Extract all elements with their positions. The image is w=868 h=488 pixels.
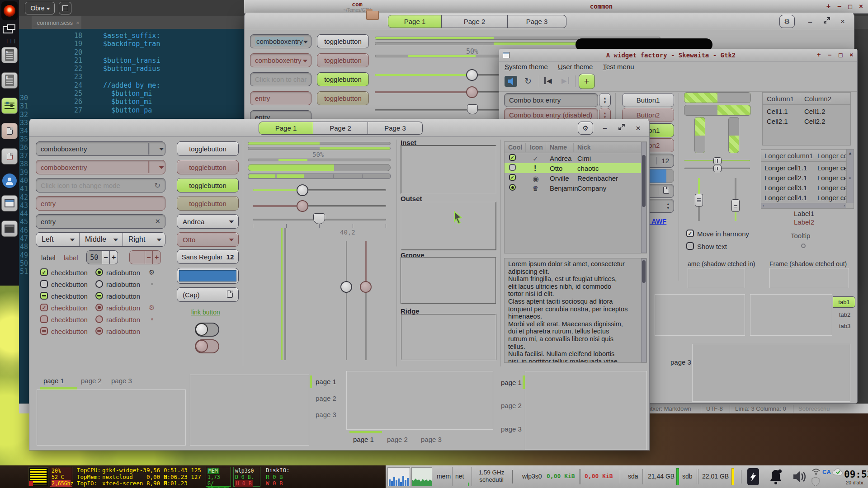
main-combo-andrea[interactable]: Andrea▾ [177, 214, 239, 229]
main-entry[interactable]: entry✕ [36, 214, 165, 229]
dock-item-user-account[interactable] [2, 174, 17, 188]
main-togglebutton-1[interactable]: togglebutton [177, 141, 239, 156]
main-tab-page1[interactable]: Page 1 [259, 122, 313, 135]
new-window-button[interactable] [59, 2, 71, 14]
maximize-icon[interactable]: □ [839, 51, 842, 58]
spin-value[interactable]: 50 [87, 251, 102, 264]
hal-eye-launcher[interactable] [1, 1, 18, 20]
row-checkbox-checked[interactable]: ✓ [509, 154, 516, 161]
cpu-graph[interactable] [387, 467, 410, 486]
scroll-right-icon[interactable]: › [844, 203, 845, 208]
gtk2-vscale-1-handle[interactable] [695, 194, 703, 206]
table-cell[interactable]: Longer cell1.1 [764, 164, 807, 172]
keyboard-layout[interactable]: CA [822, 469, 831, 475]
bgwin-scale-1-handle[interactable] [466, 69, 478, 81]
radiobutton-label[interactable]: radiobutton [106, 269, 140, 277]
close-icon[interactable]: × [76, 19, 80, 26]
nb2-tab-page1[interactable]: page 1 [316, 378, 336, 385]
table-cell[interactable]: Cell1.2 [804, 108, 826, 115]
dropdown-left[interactable]: Left▾ [36, 233, 80, 246]
gtk2-hscale-2-handle[interactable] [713, 165, 722, 172]
nb4-tab-page1[interactable]: page 1 [501, 379, 522, 386]
radiobutton-checked[interactable] [95, 268, 103, 276]
column-header[interactable]: Longer column1 [764, 152, 813, 160]
main-switch-off[interactable] [195, 323, 219, 337]
editor-code[interactable]: $asset_suffix: $backdrop_tran $button_tr… [103, 32, 160, 114]
main-tab-page3[interactable]: Page 3 [368, 122, 423, 135]
gtk2-check-move-label[interactable]: Move in harmony [697, 230, 749, 238]
net-plugin-label[interactable]: net [455, 473, 464, 480]
main-togglebutton-3[interactable]: togglebutton [177, 178, 239, 192]
scrollbar-thumb[interactable] [642, 155, 646, 207]
table-cell[interactable]: Longer cel [817, 194, 849, 202]
main-cap-button[interactable]: (Cap) [177, 287, 239, 302]
status-position[interactable]: Línia: 3 Columna: 0 [735, 405, 786, 412]
gear-icon[interactable]: ⚙ [149, 269, 155, 276]
table-cell[interactable]: Cell2.2 [804, 117, 826, 125]
checkbutton-unchecked[interactable] [40, 280, 48, 288]
open-button[interactable]: Obre▾ [25, 2, 55, 14]
tree-row-orville[interactable]: ✓ ◉ Orville Redenbacher [505, 173, 641, 183]
close-icon[interactable]: × [849, 51, 853, 58]
battery-icon[interactable] [747, 468, 759, 485]
column-header-icon[interactable]: Icon [530, 144, 543, 151]
scroll-up-icon[interactable]: ▲ [848, 151, 852, 155]
cloud-sync-icon[interactable] [832, 468, 843, 476]
folder-icon[interactable] [366, 9, 379, 20]
gtk2-side-tab1[interactable]: tab1 [833, 296, 855, 308]
menu-test-menu[interactable]: Test menu [603, 63, 634, 73]
bgwin-togglebutton-3[interactable]: togglebutton [317, 72, 369, 86]
scrollbar-thumb[interactable] [642, 260, 646, 283]
minimize-icon[interactable]: − [837, 2, 841, 10]
column-header[interactable]: Column2 [804, 95, 831, 103]
editor-tab[interactable]: _common.scss× [32, 16, 81, 29]
table-cell[interactable]: Longer cel [817, 164, 849, 172]
bgwin-tab-page3[interactable]: Page 3 [508, 15, 566, 28]
checkbutton-label[interactable]: checkbutton [51, 281, 88, 288]
main-tab-page2[interactable]: Page 2 [313, 122, 368, 135]
nb3-tab-page1[interactable]: page 1 [353, 436, 374, 443]
scroll-left-icon[interactable]: ‹ [763, 203, 764, 208]
tree-row-otto-selected[interactable]: ! Otto chaotic [505, 163, 641, 173]
mem-plugin-label[interactable]: mem [437, 473, 451, 480]
close-icon[interactable]: × [859, 2, 863, 10]
refresh-icon[interactable]: ↻ [155, 181, 160, 190]
status-overwrite[interactable]: Sobreescriu [798, 405, 830, 412]
refresh-icon[interactable]: ↻ [524, 77, 532, 85]
column-header-nick[interactable]: Nick [577, 144, 591, 151]
main-link-button[interactable]: link button [191, 309, 220, 316]
row-checkbox-unchecked[interactable] [509, 164, 516, 171]
clock[interactable]: 09:53 [844, 469, 868, 480]
dock-item-window-blue[interactable] [1, 195, 18, 211]
bgwin-comboboxentry[interactable]: comboboxentry▾ [250, 34, 311, 48]
volume-icon[interactable] [793, 470, 807, 483]
dock-item-doc-invoice-2[interactable]: $ [1, 72, 18, 89]
checkbutton-label[interactable]: checkbutton [51, 269, 88, 277]
dock-item-doc-report[interactable] [1, 148, 18, 164]
pin-icon[interactable]: + [826, 2, 830, 10]
nb3-tab-page2[interactable]: page 2 [387, 436, 408, 443]
textview-scrollbar[interactable] [641, 258, 646, 362]
table-cell[interactable]: Longer cell4.1 [764, 194, 807, 202]
table-cell[interactable]: Longer cell2.1 [764, 174, 807, 182]
dropdown-middle[interactable]: Middle▾ [80, 233, 123, 246]
gtk2-hscale-1-handle[interactable] [713, 157, 722, 164]
main-color-button[interactable] [177, 268, 239, 284]
notification-bell-icon[interactable] [769, 469, 783, 484]
dock-item-doc-pink[interactable] [1, 123, 18, 139]
vertical-scale-1[interactable] [346, 241, 347, 360]
nb3-tab-page3[interactable]: page 3 [421, 436, 442, 443]
dock-grip[interactable]: ❘❘❘ [5, 39, 17, 43]
nb2-tab-page2[interactable]: page 2 [316, 394, 336, 402]
new-document-icon[interactable] [659, 187, 669, 195]
column-header-name[interactable]: Name [550, 144, 567, 151]
main-font-button[interactable]: Sans Regular12 [177, 249, 239, 264]
main-icon-entry[interactable]: Click icon to change mode↻ [36, 178, 165, 192]
gtk2-side-tab3[interactable]: tab3 [834, 321, 855, 331]
wifi-if-label[interactable]: wlp3s0 [522, 473, 542, 480]
first-icon[interactable]: ◀ [544, 77, 552, 84]
column-header[interactable]: Column1 [767, 95, 794, 103]
status-encoding[interactable]: UTF-8 [706, 405, 723, 412]
sda-label[interactable]: sda [628, 473, 638, 480]
status-filetype[interactable]: itxer: Markdown [650, 405, 691, 412]
